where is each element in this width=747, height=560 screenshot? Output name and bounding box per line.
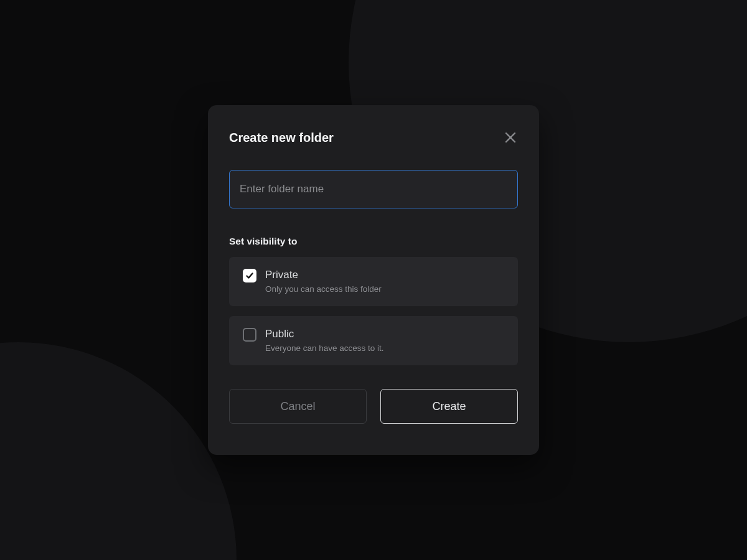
option-title: Public [265,327,384,341]
checkbox-unchecked[interactable] [243,328,256,342]
create-button[interactable]: Create [380,389,518,424]
visibility-label: Set visibility to [229,236,518,247]
option-description: Everyone can have access to it. [265,343,384,353]
close-button[interactable] [503,130,518,145]
checkbox-checked[interactable] [243,269,256,282]
visibility-option-public[interactable]: Public Everyone can have access to it. [229,316,518,365]
option-description: Only you can access this folder [265,284,382,294]
close-icon [504,131,517,144]
button-label: Cancel [280,400,315,413]
create-folder-modal: Create new folder Set visibility to Priv… [208,105,539,455]
modal-header: Create new folder [229,130,518,145]
cancel-button[interactable]: Cancel [229,389,367,424]
modal-title: Create new folder [229,131,334,145]
visibility-option-private[interactable]: Private Only you can access this folder [229,257,518,306]
folder-name-input[interactable] [229,170,518,208]
option-text: Private Only you can access this folder [265,268,382,294]
background-circle [0,342,237,560]
modal-actions: Cancel Create [229,389,518,424]
option-text: Public Everyone can have access to it. [265,327,384,353]
option-title: Private [265,268,382,282]
check-icon [245,271,254,280]
button-label: Create [432,400,466,413]
